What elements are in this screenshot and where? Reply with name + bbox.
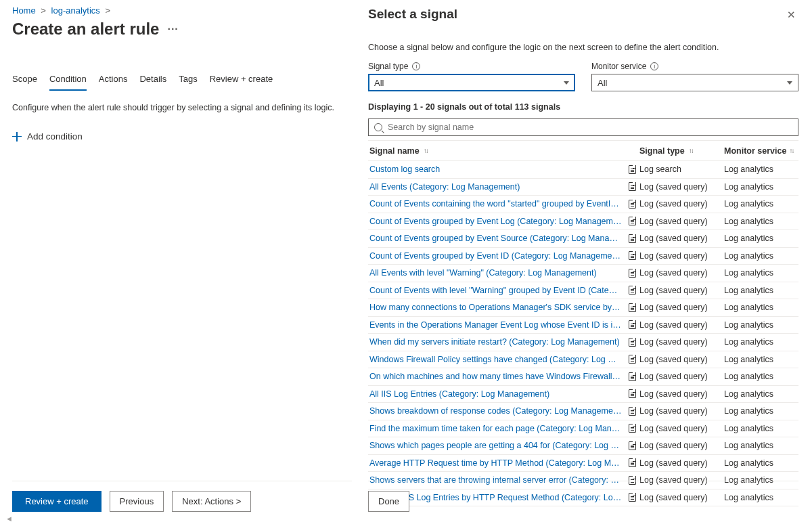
signal-row[interactable]: Shows which pages people are getting a 4… [368,437,798,455]
signal-name-link[interactable]: Custom log search [368,165,625,174]
log-icon [625,407,639,416]
signal-type-cell: Log (saved query) [639,217,724,226]
monitor-service-cell: Log analytics [724,372,798,381]
signal-row[interactable]: Count of Events grouped by Event ID (Cat… [368,248,798,265]
signal-name-link[interactable]: All Events (Category: Log Management) [368,182,625,192]
signal-type-cell: Log (saved query) [639,389,724,399]
signal-name-link[interactable]: Shows breakdown of response codes (Categ… [368,406,625,416]
tab-condition[interactable]: Condition [49,70,87,91]
signal-row[interactable]: On which machines and how many times hav… [368,368,798,386]
tab-scope[interactable]: Scope [12,70,37,91]
signal-type-cell: Log (saved query) [639,355,724,364]
col-signal-type[interactable]: Signal type↑↓ [639,146,724,156]
signal-row[interactable]: Windows Firewall Policy settings have ch… [368,351,798,369]
breadcrumb-workspace[interactable]: log-analytics [51,5,100,16]
signal-row[interactable]: Average HTTP Request time by HTTP Method… [368,455,798,473]
signal-type-select[interactable]: All [368,74,575,91]
signal-row[interactable]: All Events (Category: Log Management)Log… [368,179,798,196]
signal-name-link[interactable]: Windows Firewall Policy settings have ch… [368,355,625,364]
monitor-service-cell: Log analytics [724,165,798,174]
signal-type-cell: Log (saved query) [639,337,724,347]
signal-row[interactable]: Count of Events containing the word "sta… [368,196,798,213]
signal-row[interactable]: Shows breakdown of response codes (Categ… [368,403,798,420]
wizard-tabs: Scope Condition Actions Details Tags Rev… [12,70,352,91]
scroll-left-icon[interactable]: ◄ [5,515,13,523]
monitor-service-cell: Log analytics [724,424,798,433]
monitor-service-cell: Log analytics [724,458,798,468]
more-ellipsis-icon[interactable]: ··· [167,23,178,35]
monitor-service-cell: Log analytics [724,217,798,226]
signal-name-link[interactable]: Count of Events with level "Warning" gro… [368,286,625,295]
signal-name-link[interactable]: How many connections to Operations Manag… [368,303,625,312]
signal-name-link[interactable]: When did my servers initiate restart? (C… [368,337,625,347]
tab-review[interactable]: Review + create [210,70,273,91]
signal-row[interactable]: Count of Events with level "Warning" gro… [368,282,798,300]
signal-name-link[interactable]: Find the maximum time taken for each pag… [368,424,625,433]
signal-row[interactable]: Events in the Operations Manager Event L… [368,317,798,334]
log-icon [625,424,639,433]
plus-icon [12,132,22,141]
monitor-service-cell: Log analytics [724,355,798,364]
signal-row[interactable]: Count of Events grouped by Event Source … [368,230,798,248]
tab-details[interactable]: Details [139,70,166,91]
monitor-service-cell: Log analytics [724,389,798,399]
log-icon [625,389,639,398]
monitor-service-cell: Log analytics [724,337,798,347]
log-icon [625,441,639,450]
log-icon [625,338,639,347]
signal-type-cell: Log (saved query) [639,320,724,330]
signal-name-link[interactable]: Count of Events grouped by Event ID (Cat… [368,251,625,261]
signal-name-link[interactable]: All Events with level "Warning" (Categor… [368,268,625,278]
log-icon [625,251,639,260]
monitor-service-cell: Log analytics [724,441,798,450]
done-button[interactable]: Done [368,491,409,512]
add-condition-button[interactable]: Add condition [12,131,352,141]
tab-tags[interactable]: Tags [179,70,197,91]
review-create-button[interactable]: Review + create [12,491,102,512]
log-icon [625,269,639,278]
signal-type-cell: Log (saved query) [639,372,724,381]
monitor-service-cell: Log analytics [724,199,798,209]
next-button[interactable]: Next: Actions > [172,491,251,512]
log-icon [625,458,639,467]
signal-row[interactable]: Count of Events grouped by Event Log (Ca… [368,213,798,231]
signal-row[interactable]: How many connections to Operations Manag… [368,299,798,317]
col-signal-name[interactable]: Signal name↑↓ [368,146,639,156]
signal-name-link[interactable]: On which machines and how many times hav… [368,372,625,381]
log-icon [625,234,639,243]
log-icon [625,320,639,329]
signal-row[interactable]: When did my servers initiate restart? (C… [368,334,798,351]
signal-name-link[interactable]: All IIS Log Entries (Category: Log Manag… [368,389,625,399]
page-title: Create an alert rule ··· [12,20,352,39]
previous-button[interactable]: Previous [110,491,164,512]
signal-name-link[interactable]: Shows which pages people are getting a 4… [368,441,625,450]
signal-row[interactable]: All Events with level "Warning" (Categor… [368,265,798,282]
monitor-service-select[interactable]: All [591,74,798,91]
col-monitor-service[interactable]: Monitor service↑↓ [724,146,798,156]
signal-type-label: Signal type i [368,62,575,71]
log-icon [625,286,639,294]
signal-name-link[interactable]: Average HTTP Request time by HTTP Method… [368,458,625,468]
monitor-service-cell: Log analytics [724,268,798,278]
signal-name-link[interactable]: Count of Events grouped by Event Source … [368,234,625,243]
signal-name-link[interactable]: Count of Events containing the word "sta… [368,199,625,209]
signal-name-link[interactable]: Count of Events grouped by Event Log (Ca… [368,217,625,226]
monitor-service-label: Monitor service i [591,62,798,71]
signal-type-cell: Log (saved query) [639,424,724,433]
info-icon[interactable]: i [412,62,420,70]
info-icon[interactable]: i [650,62,658,70]
log-icon [625,200,639,209]
signal-type-cell: Log (saved query) [639,251,724,261]
breadcrumb-home[interactable]: Home [12,5,36,16]
signal-row[interactable]: Find the maximum time taken for each pag… [368,420,798,438]
signal-row[interactable]: All IIS Log Entries (Category: Log Manag… [368,386,798,403]
close-icon[interactable]: ✕ [784,7,798,22]
signal-search-box[interactable] [368,118,798,136]
monitor-service-cell: Log analytics [724,182,798,192]
tab-actions[interactable]: Actions [99,70,128,91]
signal-row[interactable]: Custom log searchLog searchLog analytics [368,161,798,179]
signal-search-input[interactable] [386,122,792,133]
signal-name-link[interactable]: Events in the Operations Manager Event L… [368,320,625,330]
sort-icon: ↑↓ [689,147,693,154]
log-icon [625,217,639,225]
